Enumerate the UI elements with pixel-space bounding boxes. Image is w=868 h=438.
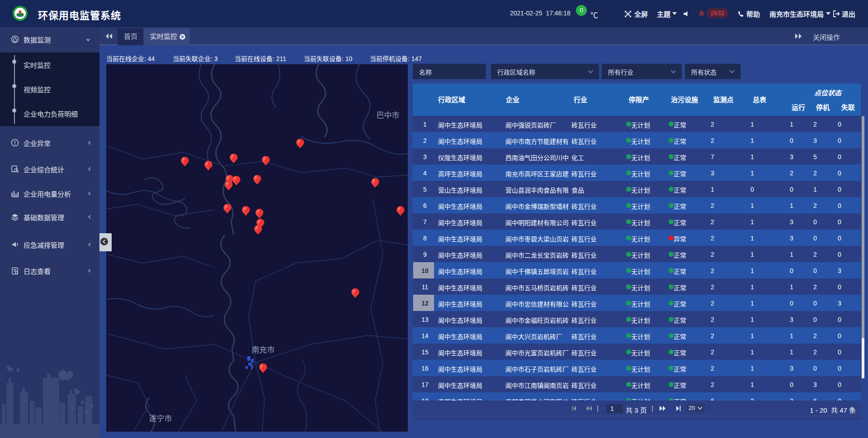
svg-text:巴中市: 巴中市	[377, 111, 400, 120]
svg-text:南充市: 南充市	[252, 346, 275, 354]
svg-text:遂宁市: 遂宁市	[149, 414, 172, 423]
